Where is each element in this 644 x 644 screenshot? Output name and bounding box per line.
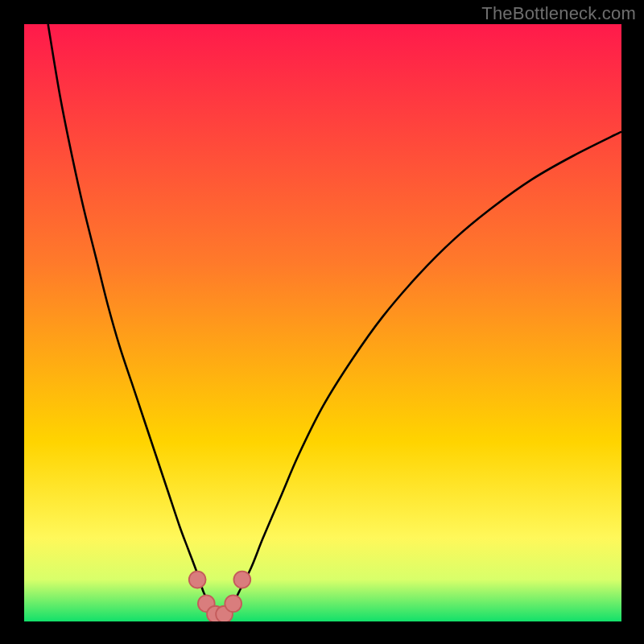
bottleneck-curve: [24, 24, 621, 621]
curve-marker: [189, 572, 206, 588]
curve-marker: [225, 595, 242, 612]
curve-path: [48, 24, 621, 616]
curve-marker: [233, 572, 250, 588]
curve-markers: [189, 572, 250, 621]
plot-area: [24, 24, 621, 621]
chart-frame: TheBottleneck.com: [0, 0, 644, 644]
watermark-text: TheBottleneck.com: [481, 3, 636, 24]
